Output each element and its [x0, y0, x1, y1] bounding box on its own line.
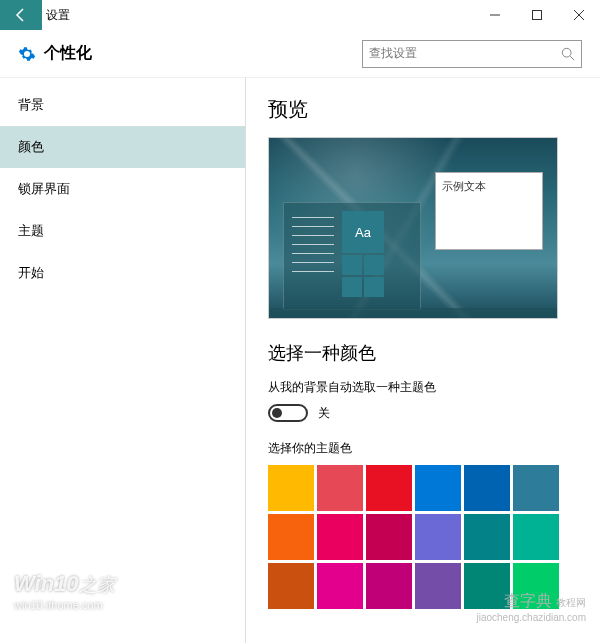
- preview-tile-aa: Aa: [342, 211, 384, 253]
- color-swatch-10[interactable]: [464, 514, 510, 560]
- choose-color-heading: 选择一种颜色: [268, 341, 578, 365]
- back-button[interactable]: [0, 0, 42, 30]
- content: 预览 Aa 示例文本 选择一种颜色 从我的背景自动选取一种主题色 关: [246, 78, 600, 643]
- color-swatch-4[interactable]: [464, 465, 510, 511]
- search-icon: [561, 47, 575, 61]
- maximize-icon: [532, 10, 542, 20]
- sidebar-item-themes[interactable]: 主题: [0, 210, 245, 252]
- auto-pick-toggle-row: 关: [268, 404, 578, 422]
- color-swatch-14[interactable]: [366, 563, 412, 609]
- toggle-knob: [272, 408, 282, 418]
- sidebar: 背景 颜色 锁屏界面 主题 开始: [0, 78, 246, 643]
- titlebar: 设置: [0, 0, 600, 30]
- minimize-button[interactable]: [474, 0, 516, 30]
- preview-window: 示例文本: [435, 172, 543, 250]
- color-swatch-11[interactable]: [513, 514, 559, 560]
- color-swatch-1[interactable]: [317, 465, 363, 511]
- gear-icon: [18, 45, 36, 63]
- color-swatch-9[interactable]: [415, 514, 461, 560]
- color-grid: [268, 465, 578, 609]
- color-swatch-0[interactable]: [268, 465, 314, 511]
- color-swatch-2[interactable]: [366, 465, 412, 511]
- search-input[interactable]: 查找设置: [362, 40, 582, 68]
- close-icon: [574, 10, 584, 20]
- sidebar-item-background[interactable]: 背景: [0, 84, 245, 126]
- color-swatch-8[interactable]: [366, 514, 412, 560]
- color-swatch-12[interactable]: [268, 563, 314, 609]
- color-swatch-15[interactable]: [415, 563, 461, 609]
- sidebar-item-start[interactable]: 开始: [0, 252, 245, 294]
- search-placeholder: 查找设置: [369, 45, 417, 62]
- color-swatch-13[interactable]: [317, 563, 363, 609]
- preview-tiles: Aa: [342, 211, 416, 297]
- color-swatch-6[interactable]: [268, 514, 314, 560]
- toggle-state: 关: [318, 405, 330, 422]
- window-title: 设置: [42, 0, 474, 30]
- preview-start-panel: Aa: [283, 202, 421, 310]
- svg-point-1: [562, 48, 571, 57]
- minimize-icon: [490, 10, 500, 20]
- close-button[interactable]: [558, 0, 600, 30]
- sidebar-item-colors[interactable]: 颜色: [0, 126, 245, 168]
- maximize-button[interactable]: [516, 0, 558, 30]
- color-swatch-5[interactable]: [513, 465, 559, 511]
- auto-pick-toggle[interactable]: [268, 404, 308, 422]
- watermark-win10: Win10之家: [14, 571, 115, 597]
- watermark-win10-url: win10.ithome.com: [14, 599, 103, 611]
- header-left: 个性化: [18, 43, 92, 64]
- color-swatch-7[interactable]: [317, 514, 363, 560]
- arrow-left-icon: [13, 7, 29, 23]
- preview-heading: 预览: [268, 96, 578, 123]
- body: 背景 颜色 锁屏界面 主题 开始 预览 Aa 示例文本 选择一种颜色: [0, 78, 600, 643]
- watermark-chazidian: 查字典 教程网 jiaocheng.chazidian.com: [476, 591, 586, 623]
- header: 个性化 查找设置: [0, 30, 600, 78]
- svg-rect-0: [533, 11, 542, 20]
- preview-menu-lines: [292, 217, 334, 280]
- window-controls: [474, 0, 600, 30]
- accent-label: 选择你的主题色: [268, 440, 578, 457]
- preview-taskbar: [269, 308, 557, 318]
- preview-sample-text: 示例文本: [442, 180, 486, 192]
- page-title: 个性化: [44, 43, 92, 64]
- preview: Aa 示例文本: [268, 137, 558, 319]
- auto-pick-label: 从我的背景自动选取一种主题色: [268, 379, 578, 396]
- sidebar-item-lockscreen[interactable]: 锁屏界面: [0, 168, 245, 210]
- color-swatch-3[interactable]: [415, 465, 461, 511]
